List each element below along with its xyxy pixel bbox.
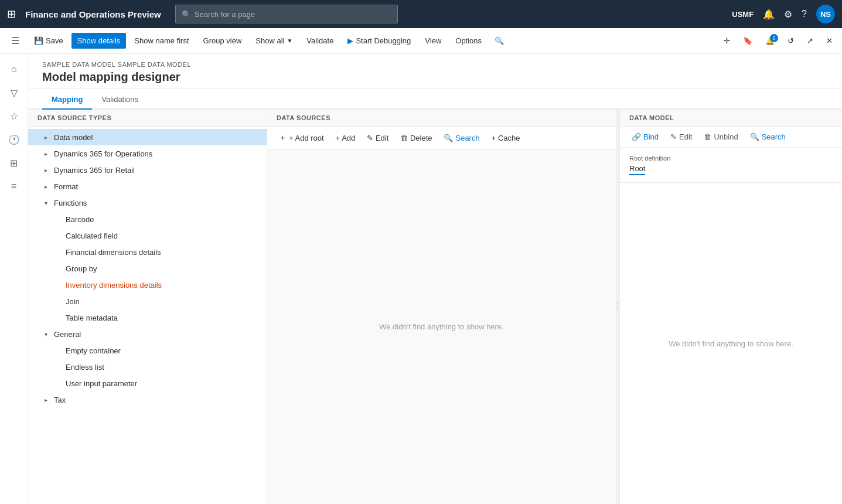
command-bar: ☰ 💾 Save Show details Show name first Gr… [0, 28, 842, 54]
hamburger-icon[interactable]: ☰ [5, 30, 26, 52]
tree-item-group-by[interactable]: Group by [28, 260, 267, 277]
tree-item-calculated-field[interactable]: Calculated field [28, 227, 267, 244]
cache-button[interactable]: + Cache [487, 131, 525, 145]
dm-panel-header: DATA MODEL [620, 110, 842, 127]
tree-item-inventory-dimensions[interactable]: Inventory dimensions details [28, 277, 267, 293]
popout-button[interactable]: ↗ [802, 33, 818, 49]
chevron-down-icon: ▼ [287, 38, 292, 44]
notification-icon[interactable]: 🔔 [763, 9, 775, 20]
tree-item-functions[interactable]: ▾Functions [28, 195, 267, 211]
tree-label: Empty container [66, 346, 262, 355]
tree-label: Functions [54, 199, 262, 207]
tree-label: Join [66, 297, 262, 306]
tree-item-empty-container[interactable]: Empty container [28, 342, 267, 359]
tree-item-endless-list[interactable]: Endless list [28, 359, 267, 375]
add-root-button[interactable]: ＋ + Add root [274, 130, 329, 145]
ds-empty-message: We didn't find anything to show here. [267, 149, 616, 504]
dm-search-icon: 🔍 [750, 132, 759, 141]
main-content: SAMPLE DATA MODEL SAMPLE DATA MODEL Mode… [28, 54, 842, 504]
tree-item-join[interactable]: Join [28, 293, 267, 309]
link-icon: 🔗 [632, 132, 641, 141]
tree-item-tax[interactable]: ▸Tax [28, 391, 267, 408]
avatar[interactable]: NS [816, 5, 835, 23]
validate-button[interactable]: Validate [301, 33, 339, 49]
tree-item-financial-dimensions[interactable]: Financial dimensions details [28, 244, 267, 260]
home-icon[interactable]: ⌂ [4, 59, 25, 80]
global-search-bar[interactable]: 🔍 [175, 5, 398, 23]
save-button[interactable]: 💾 Save [28, 33, 69, 49]
delete-button[interactable]: 🗑 Delete [396, 131, 437, 145]
search-ds-button[interactable]: 🔍 Search [439, 131, 484, 145]
list-icon[interactable]: ≡ [4, 176, 25, 197]
crosshair-button[interactable]: ✛ [719, 33, 735, 49]
tree-item-dynamics-retail[interactable]: ▸Dynamics 365 for Retail [28, 162, 267, 178]
panel-data-model: DATA MODEL 🔗 Bind ✎ Edit 🗑 Unbind [619, 110, 842, 504]
options-button[interactable]: Options [449, 33, 488, 49]
root-value: Root [629, 164, 645, 175]
page-title: Model mapping designer [42, 70, 828, 84]
expand-icon: ▸ [45, 167, 54, 173]
bookmark-button[interactable]: 🔖 [738, 33, 757, 49]
bind-button[interactable]: 🔗 Bind [627, 130, 663, 144]
v-divider[interactable] [616, 110, 619, 504]
tree-item-dynamics-operations[interactable]: ▸Dynamics 365 for Operations [28, 145, 267, 162]
global-search-input[interactable] [195, 10, 391, 19]
page-header: SAMPLE DATA MODEL SAMPLE DATA MODEL Mode… [28, 54, 842, 89]
tab-bar: Mapping Validations [28, 89, 842, 110]
favorites-icon[interactable]: ☆ [4, 105, 25, 127]
tab-mapping[interactable]: Mapping [42, 89, 92, 110]
tree-area: ▸Data model▸Dynamics 365 for Operations▸… [28, 127, 267, 504]
expand-icon: ▸ [45, 151, 54, 157]
main-layout: ⌂ ▽ ☆ 🕐 ⊞ ≡ SAMPLE DATA MODEL SAMPLE DAT… [0, 54, 842, 504]
panels: DATA SOURCE TYPES ▸Data model▸Dynamics 3… [28, 110, 842, 504]
tree-item-data-model[interactable]: ▸Data model [28, 129, 267, 145]
tree-item-barcode[interactable]: Barcode [28, 211, 267, 227]
save-icon: 💾 [34, 36, 43, 45]
help-icon[interactable]: ? [802, 9, 807, 19]
tree-label: Barcode [66, 215, 262, 224]
settings-icon[interactable]: ⚙ [784, 9, 792, 20]
group-view-button[interactable]: Group view [197, 33, 248, 49]
grid-icon[interactable]: ⊞ [7, 8, 16, 21]
refresh-button[interactable]: ↺ [783, 33, 799, 49]
tree-item-format[interactable]: ▸Format [28, 178, 267, 195]
badge-button[interactable]: 🔔0 [761, 33, 779, 49]
tree-label: Inventory dimensions details [66, 281, 262, 290]
close-button[interactable]: ✕ [821, 33, 837, 49]
search-ds-icon: 🔍 [444, 134, 453, 142]
app-title: Finance and Operations Preview [25, 9, 161, 19]
filter-icon[interactable]: ▽ [4, 82, 25, 103]
dst-panel-header: DATA SOURCE TYPES [28, 110, 267, 127]
tree-item-table-metadata[interactable]: Table metadata [28, 309, 267, 326]
tree-label: Dynamics 365 for Retail [54, 166, 262, 175]
dm-edit-button[interactable]: ✎ Edit [666, 130, 697, 144]
debug-icon: ▶ [347, 36, 353, 45]
expand-icon: ▸ [45, 134, 54, 141]
dm-empty-message: We didn't find anything to show here. [620, 183, 842, 504]
expand-icon: ▸ [45, 397, 54, 403]
view-button[interactable]: View [419, 33, 447, 49]
user-label: USMF [732, 10, 754, 19]
panel-data-sources: DATA SOURCES ＋ + Add root + Add ✎ Edit 🗑… [267, 110, 616, 504]
recent-icon[interactable]: 🕐 [4, 129, 25, 150]
tree-item-general[interactable]: ▾General [28, 326, 267, 342]
tree-label: Endless list [66, 363, 262, 372]
dm-search-button[interactable]: 🔍 Search [745, 130, 790, 144]
add-button[interactable]: + Add [331, 131, 360, 145]
show-name-first-button[interactable]: Show name first [128, 33, 195, 49]
search-cmd-button[interactable]: 🔍 [490, 33, 509, 49]
edit-button[interactable]: ✎ Edit [362, 131, 393, 145]
tree-item-user-input-parameter[interactable]: User input parameter [28, 375, 267, 391]
tree-label: Calculated field [66, 231, 262, 240]
dashboard-icon[interactable]: ⊞ [4, 152, 25, 173]
unbind-button[interactable]: 🗑 Unbind [699, 130, 742, 144]
start-debugging-button[interactable]: ▶ Start Debugging [342, 33, 417, 49]
expand-icon: ▸ [45, 183, 54, 190]
tree-label: Data model [54, 133, 262, 142]
show-details-button[interactable]: Show details [71, 33, 127, 49]
tree-label: Group by [66, 264, 262, 273]
show-all-button[interactable]: Show all ▼ [250, 33, 298, 49]
tab-validations[interactable]: Validations [92, 89, 148, 110]
root-definition-area: Root definition Root [620, 148, 842, 183]
ds-panel-header: DATA SOURCES [267, 110, 616, 127]
